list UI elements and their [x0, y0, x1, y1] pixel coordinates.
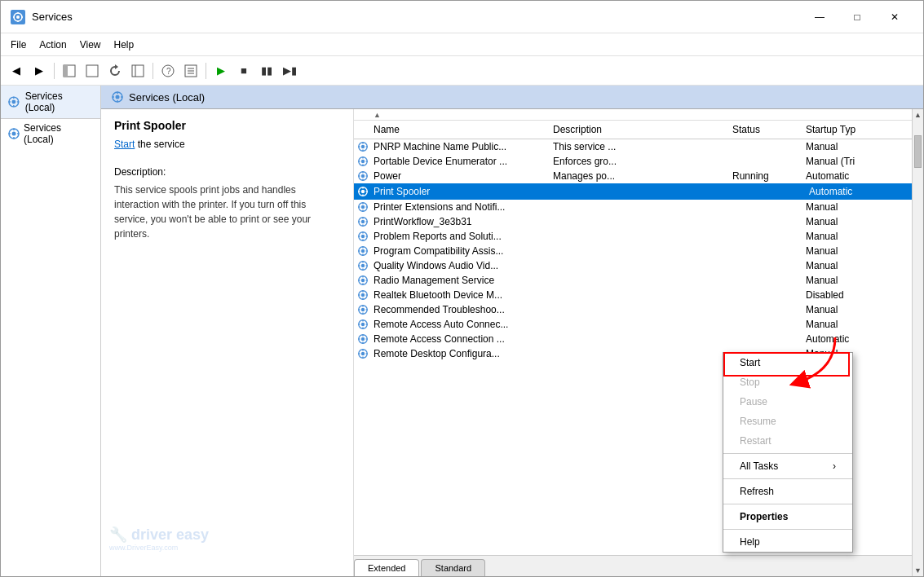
- svg-point-72: [361, 235, 365, 238]
- services-window: Services — □ ✕ File Action View Help ◀ ▶: [0, 0, 924, 577]
- col-header-startup[interactable]: Startup Typ: [806, 124, 912, 135]
- table-row[interactable]: PNRP Machine Name Public... This service…: [354, 139, 912, 154]
- row-icon-11: [357, 304, 372, 315]
- svg-rect-9: [132, 65, 144, 77]
- row-desc: This service ...: [553, 141, 732, 152]
- window-controls: — □ ✕: [801, 5, 913, 29]
- svg-text:?: ?: [166, 67, 171, 76]
- ctx-all-tasks[interactable]: All Tasks ›: [723, 456, 852, 476]
- svg-point-120: [361, 352, 365, 355]
- refresh-button[interactable]: [104, 60, 126, 81]
- row-name: Quality Windows Audio Vid...: [374, 260, 553, 271]
- menu-action[interactable]: Action: [33, 37, 73, 52]
- start-service-link[interactable]: Start: [114, 139, 135, 150]
- sort-indicator: ▲: [374, 111, 381, 119]
- row-startup: Manual: [806, 260, 912, 271]
- table-row[interactable]: PrintWorkflow_3e3b31 Manual: [354, 214, 912, 229]
- row-startup: Manual: [806, 201, 912, 213]
- toolbar: ◀ ▶ ? ▶ ■ ▮▮ ▶▮: [1, 56, 923, 86]
- menu-view[interactable]: View: [73, 37, 108, 52]
- row-name: Program Compatibility Assis...: [374, 245, 553, 257]
- col-header-status[interactable]: Status: [732, 124, 806, 135]
- sidebar-item-services-local[interactable]: Services (Local): [1, 119, 100, 148]
- row-name: Remote Desktop Configura...: [374, 348, 553, 359]
- row-name: Recommended Troubleshoo...: [374, 304, 553, 315]
- services-header-icon: [7, 95, 20, 108]
- table-row[interactable]: Remote Access Auto Connec... Manual: [354, 317, 912, 332]
- row-startup: Automatic: [806, 185, 912, 198]
- ctx-help[interactable]: Help: [723, 532, 852, 552]
- svg-point-48: [361, 174, 365, 178]
- table-row[interactable]: Recommended Troubleshoo... Manual: [354, 302, 912, 317]
- resume-service-button[interactable]: ▶▮: [279, 60, 300, 81]
- table-row[interactable]: Portable Device Enumerator ... Enforces …: [354, 154, 912, 169]
- row-icon-13: [357, 333, 372, 345]
- scroll-up-button[interactable]: ▲: [913, 109, 923, 119]
- ctx-pause: Pause: [723, 392, 852, 412]
- col-header-desc[interactable]: Description: [553, 124, 732, 135]
- tab-standard[interactable]: Standard: [421, 559, 485, 576]
- stop-service-button[interactable]: ■: [233, 60, 254, 81]
- scrollbar[interactable]: ▲ ▼: [912, 109, 923, 576]
- row-desc: Enforces gro...: [553, 156, 732, 167]
- description-text: This service spools print jobs and handl…: [114, 183, 340, 241]
- menu-bar: File Action View Help: [1, 33, 923, 56]
- up-button[interactable]: [82, 60, 103, 81]
- table-row[interactable]: Realtek Bluetooth Device M... Disabled: [354, 288, 912, 302]
- ctx-refresh[interactable]: Refresh: [723, 482, 852, 501]
- separator-3: [206, 63, 206, 79]
- right-panel-header: Services (Local): [101, 86, 923, 109]
- svg-point-18: [11, 100, 15, 104]
- close-button[interactable]: ✕: [876, 5, 913, 29]
- scroll-thumb[interactable]: [914, 135, 922, 168]
- start-service-button[interactable]: ▶: [210, 60, 232, 81]
- menu-help[interactable]: Help: [108, 37, 141, 52]
- row-status: Running: [732, 170, 806, 182]
- table-row[interactable]: Problem Reports and Soluti... Manual: [354, 229, 912, 244]
- left-panel-title: Services (Local): [25, 90, 94, 113]
- ctx-sep-4: [723, 529, 852, 530]
- scroll-down-button[interactable]: ▼: [913, 566, 923, 576]
- table-row[interactable]: Program Compatibility Assis... Manual: [354, 244, 912, 258]
- row-icon-1: [357, 156, 372, 167]
- maximize-button[interactable]: □: [838, 5, 876, 29]
- properties-toolbar-button[interactable]: [180, 60, 201, 81]
- export-button[interactable]: [127, 60, 148, 81]
- row-name: Remote Access Connection ...: [374, 333, 553, 345]
- ctx-properties[interactable]: Properties: [723, 507, 852, 526]
- forward-button[interactable]: ▶: [29, 60, 50, 81]
- row-desc: Manages po...: [553, 170, 732, 182]
- menu-file[interactable]: File: [4, 37, 33, 52]
- tab-extended[interactable]: Extended: [354, 559, 419, 576]
- row-startup: Disabled: [806, 289, 912, 301]
- separator-2: [153, 63, 153, 79]
- table-row[interactable]: Quality Windows Audio Vid... Manual: [354, 258, 912, 273]
- row-icon-6: [357, 231, 372, 242]
- table-row[interactable]: Remote Access Connection ... Automatic: [354, 332, 912, 346]
- main-area: Services (Local) Services (Local): [1, 86, 923, 576]
- svg-rect-8: [86, 65, 98, 77]
- row-name: Print Spooler: [374, 186, 553, 197]
- service-title: Print Spooler: [114, 119, 340, 132]
- left-panel: Services (Local) Services (Local): [1, 86, 101, 576]
- pause-service-button[interactable]: ▮▮: [256, 60, 277, 81]
- svg-point-102: [361, 308, 365, 311]
- svg-point-114: [361, 337, 365, 341]
- watermark: 🔧 driver easy www.DriverEasy.com: [109, 526, 209, 552]
- table-row[interactable]: Radio Management Service Manual: [354, 273, 912, 288]
- col-header-name[interactable]: Name: [357, 124, 553, 135]
- table-row[interactable]: Print Spooler Automatic: [354, 183, 912, 200]
- table-row[interactable]: Power Manages po... Running Automatic: [354, 169, 912, 183]
- minimize-button[interactable]: —: [801, 5, 838, 29]
- row-startup: Manual: [806, 319, 912, 330]
- table-row[interactable]: Printer Extensions and Notifi... Manual: [354, 200, 912, 214]
- show-hide-button[interactable]: [59, 60, 80, 81]
- row-icon-7: [357, 245, 372, 257]
- back-button[interactable]: ◀: [6, 60, 27, 81]
- row-startup: Manual (Tri: [806, 156, 912, 167]
- row-startup: Manual: [806, 275, 912, 286]
- ctx-sep-1: [723, 453, 852, 454]
- context-menu: Start Stop Pause Resume Restart All Task…: [723, 352, 853, 553]
- ctx-start[interactable]: Start: [723, 353, 852, 372]
- help-toolbar-button[interactable]: ?: [157, 60, 179, 81]
